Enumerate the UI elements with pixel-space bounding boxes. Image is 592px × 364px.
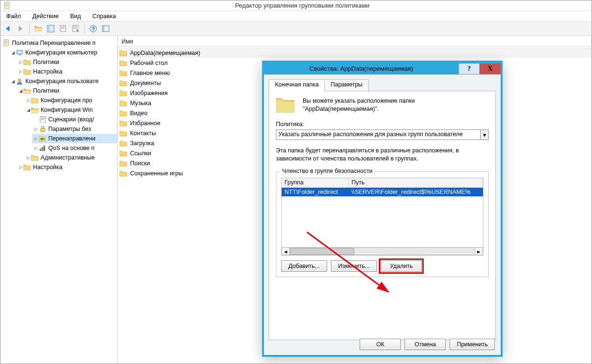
folder-icon xyxy=(120,120,127,126)
menu-file[interactable]: Файл xyxy=(0,11,27,21)
listview-row[interactable]: NTT\Folder_redirect \\SERVER\Folder_redi… xyxy=(282,188,483,196)
collapse-icon[interactable]: ◢ xyxy=(10,50,16,55)
ok-button[interactable]: ОК xyxy=(360,339,401,350)
tree-uc-security[interactable]: ▷ Параметры без xyxy=(32,124,117,134)
help-button[interactable] xyxy=(88,23,99,34)
gpo-icon xyxy=(2,39,10,47)
tree-user-config[interactable]: ◢ Конфигурация пользовате xyxy=(9,76,117,86)
expand-icon[interactable]: ▷ xyxy=(25,155,31,161)
tree-uc-redirect[interactable]: ▷ Перенаправлени xyxy=(32,134,117,143)
tab-parameters[interactable]: Параметры xyxy=(324,79,369,91)
list-item[interactable]: AppData(перемещаемая) xyxy=(118,48,592,58)
tab-body: Вы можете указать расположение папки "Ap… xyxy=(269,91,496,340)
policy-combobox[interactable]: Указать различные расположения для разны… xyxy=(276,129,489,140)
tree-cc-policies[interactable]: ▷ Политики xyxy=(17,57,117,67)
export-button[interactable] xyxy=(57,23,69,34)
tree-uc-settings[interactable]: ▷ Настройка xyxy=(17,162,117,172)
folder-icon xyxy=(120,130,127,136)
col-path[interactable]: Путь xyxy=(349,178,483,187)
security-group-membership-box: Членство в группе безопасности Группа Пу… xyxy=(276,171,489,277)
cancel-button[interactable]: Отмена xyxy=(405,339,446,350)
chevron-down-icon[interactable]: ▾ xyxy=(480,130,488,139)
folder-icon xyxy=(120,80,127,86)
col-group[interactable]: Группа xyxy=(282,178,349,187)
listview-body[interactable]: NTT\Folder_redirect \\SERVER\Folder_redi… xyxy=(282,188,483,247)
list-item-label: Документы xyxy=(130,80,161,86)
tree-uc-qos[interactable]: ▷ QoS на основе п xyxy=(32,143,117,153)
menu-help[interactable]: Справка xyxy=(87,11,121,21)
tree-label: Конфигурация Win xyxy=(41,106,93,114)
window-title: Редактор управления групповыми политикам… xyxy=(13,2,592,9)
scroll-right-icon[interactable]: ▸ xyxy=(475,247,483,255)
collapse-icon[interactable]: ◢ xyxy=(25,107,31,113)
tree-computer-config[interactable]: ◢ Конфигурация компьютер xyxy=(9,48,117,57)
app-icon xyxy=(2,1,11,10)
col-name[interactable]: Имя xyxy=(118,37,592,46)
folder-icon xyxy=(23,58,31,66)
tree-pane[interactable]: Политика Перенаправление п ◢ Конфигураци… xyxy=(0,36,118,364)
edit-button[interactable]: Изменить... xyxy=(331,260,377,272)
tab-target-folder[interactable]: Конечная папка xyxy=(269,79,325,91)
expand-icon[interactable]: ▷ xyxy=(18,59,23,65)
expand-icon[interactable]: ▷ xyxy=(18,164,23,170)
forward-button[interactable] xyxy=(15,23,26,34)
menu-view[interactable]: Вид xyxy=(65,11,87,21)
add-button[interactable]: Добавить... xyxy=(281,260,327,272)
filter-button[interactable] xyxy=(100,23,111,34)
tree-label: QoS на основе п xyxy=(48,144,95,152)
apply-button[interactable]: Применить xyxy=(449,339,495,350)
dialog-titlebar[interactable]: Свойства: AppData(перемещаемая) ? X xyxy=(264,63,501,75)
user-icon xyxy=(16,77,23,85)
bigfolder-icon xyxy=(276,97,296,114)
tree-uc-soft[interactable]: ▷ Конфигурация про xyxy=(24,96,117,105)
list-item-label: Избранное xyxy=(130,120,160,127)
back-button[interactable] xyxy=(2,23,14,34)
tree-label: Конфигурация про xyxy=(41,96,92,105)
expand-icon[interactable]: ▷ xyxy=(33,145,39,151)
folder-icon xyxy=(120,90,127,96)
lock-icon xyxy=(39,125,46,133)
expand-icon[interactable]: ▷ xyxy=(18,69,23,75)
folder-icon xyxy=(120,70,127,76)
help-button[interactable]: ? xyxy=(459,64,480,74)
collapse-icon[interactable]: ◢ xyxy=(18,88,23,94)
spacer-icon xyxy=(33,117,39,122)
tree-uc-scripts[interactable]: Сценарии (вход/ xyxy=(32,115,117,124)
tree-uc-admin[interactable]: ▷ Административные xyxy=(24,153,117,162)
up-button[interactable] xyxy=(33,23,44,34)
tree-root[interactable]: Политика Перенаправление п xyxy=(1,38,117,48)
tree-label: Политики xyxy=(33,58,59,66)
tree-label: Административные xyxy=(41,153,95,162)
groupbox-legend: Членство в группе безопасности xyxy=(280,168,374,174)
folder-icon xyxy=(31,96,39,104)
show-hide-tree-button[interactable] xyxy=(45,23,56,34)
scroll-track[interactable] xyxy=(290,247,475,255)
folder-icon xyxy=(120,160,127,166)
tree-label: Конфигурация пользовате xyxy=(25,77,99,86)
collapse-icon[interactable]: ◢ xyxy=(10,78,16,84)
membership-listview[interactable]: Группа Путь NTT\Folder_redirect \\SERVER… xyxy=(281,178,483,256)
menu-action[interactable]: Действие xyxy=(27,11,65,21)
tree-uc-policies[interactable]: ◢ Политики xyxy=(17,86,117,96)
policy-label: Политика: xyxy=(276,121,489,128)
scroll-left-icon[interactable]: ◂ xyxy=(282,247,290,255)
expand-icon[interactable]: ▷ xyxy=(33,136,39,141)
refresh-button[interactable] xyxy=(70,23,81,34)
expand-icon[interactable]: ▷ xyxy=(25,97,31,103)
listview-header[interactable]: Группа Путь xyxy=(282,178,483,188)
list-item-label: Контакты xyxy=(130,130,156,137)
close-button[interactable]: X xyxy=(480,64,501,74)
expand-icon[interactable]: ▷ xyxy=(33,126,39,132)
tree-uc-win[interactable]: ◢ Конфигурация Win xyxy=(24,105,117,115)
list-item-label: Изображения xyxy=(130,90,168,96)
properties-dialog: Свойства: AppData(перемещаемая) ? X Коне… xyxy=(262,61,503,357)
delete-button[interactable]: Удалить xyxy=(381,260,422,272)
tree-cc-settings[interactable]: ▷ Настройка xyxy=(17,67,117,76)
tree-label: Перенаправлени xyxy=(48,134,96,143)
horizontal-scrollbar[interactable]: ◂ ▸ xyxy=(282,247,483,255)
list-header[interactable]: Имя xyxy=(118,36,592,47)
policy-tree[interactable]: Политика Перенаправление п ◢ Конфигураци… xyxy=(0,38,117,172)
tree-label: Настройка xyxy=(33,67,63,76)
svg-rect-13 xyxy=(47,25,50,32)
scroll-thumb[interactable] xyxy=(290,248,354,255)
